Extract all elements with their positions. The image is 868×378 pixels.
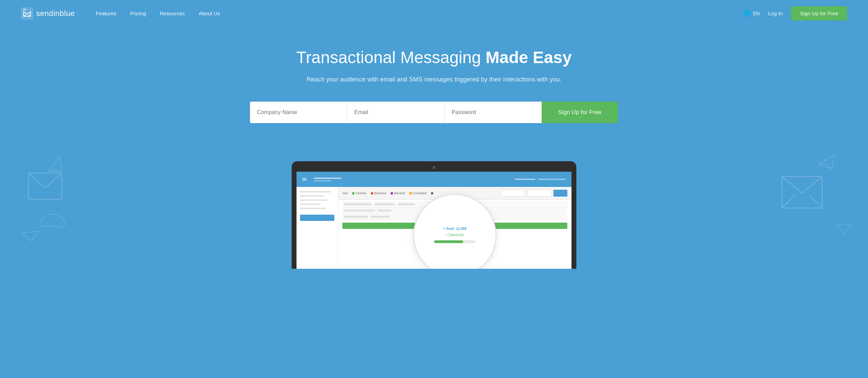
language-selector[interactable]: 🌐 EN: [743, 10, 760, 17]
sidebar-item-2: [300, 195, 324, 197]
screen-body: •ers Clickers Bounces: [297, 187, 571, 269]
cell-5: [378, 209, 392, 212]
hero-section: Transactional Messaging Made Easy Reach …: [0, 27, 868, 161]
svg-rect-0: [21, 7, 33, 20]
screen-line-2: [314, 180, 331, 181]
legend-blocked: Blocked: [391, 191, 405, 195]
laptop: ✉: [292, 161, 576, 269]
laptop-screen: ✉: [297, 172, 571, 269]
nav-features[interactable]: Features: [95, 10, 116, 16]
more-dot: [431, 192, 433, 195]
blocked-dot: [391, 192, 393, 195]
brand-name: sendinblue: [36, 9, 75, 18]
sidebar-item-5: [300, 208, 326, 209]
logo-icon: [21, 7, 33, 20]
laptop-body: ✉: [292, 161, 576, 269]
nav-pricing[interactable]: Pricing: [130, 10, 146, 16]
signup-form: Sign Up for Free: [243, 102, 625, 123]
nav-resources[interactable]: Resources: [160, 10, 185, 16]
legend-clickers: Clickers: [352, 191, 367, 195]
magnify-progress-bar: [434, 240, 476, 243]
magnify-bar-fill: [434, 240, 463, 243]
sidebar-item-3: [300, 199, 327, 201]
delivered-value: + Delivered:: [445, 233, 464, 237]
hero-subtitle: Reach your audience with email and SMS m…: [14, 75, 854, 85]
laptop-camera: [433, 166, 435, 169]
password-input[interactable]: [445, 102, 542, 123]
cell-4: [344, 209, 375, 212]
screen-header: ✉: [297, 172, 571, 187]
legend-complaint: Complaint: [409, 191, 427, 195]
complaint-dot: [409, 192, 412, 195]
screen-header-line-r2: [538, 179, 566, 180]
navbar: sendinblue Features Pricing Resources Ab…: [0, 0, 868, 27]
cell-2: [374, 203, 395, 205]
background-decorations: [0, 27, 868, 161]
nav-about[interactable]: About Us: [199, 10, 220, 16]
screen-line-1: [314, 178, 341, 179]
hero-signup-button[interactable]: Sign Up for Free: [542, 102, 618, 123]
clickers-label: Clickers: [356, 191, 367, 195]
bounces-label: Bounces: [374, 191, 386, 195]
nav-links: Features Pricing Resources About Us: [95, 10, 743, 16]
cell-1: [344, 203, 372, 205]
login-button[interactable]: Log In: [768, 10, 783, 16]
magnify-delivered: + Delivered:: [445, 232, 464, 238]
screen-main: •ers Clickers Bounces: [338, 187, 571, 269]
cell-6: [344, 216, 368, 218]
screen-header-line-r1: [515, 179, 535, 180]
blocked-label: Blocked: [394, 191, 405, 195]
magnify-sent: + Sent: 12,468: [443, 226, 467, 232]
sidebar-item-1: [300, 191, 331, 192]
screen-content: ✉: [297, 172, 571, 269]
sidebar-item-4: [300, 204, 320, 205]
company-name-input[interactable]: [250, 102, 347, 123]
logo[interactable]: sendinblue: [21, 7, 75, 20]
screen-header-right: [515, 179, 566, 180]
bounces-dot: [371, 192, 373, 195]
nav-signup-button[interactable]: Sign Up for Free: [791, 6, 847, 20]
screen-nav-lines: [314, 178, 341, 181]
sidebar-action-button: [300, 215, 334, 221]
cell-7: [371, 216, 390, 218]
hero-title-regular: Transactional Messaging: [296, 48, 485, 67]
hero-title: Transactional Messaging Made Easy: [14, 48, 854, 68]
globe-icon: 🌐: [743, 10, 751, 17]
cell-3: [398, 203, 415, 205]
table-filter-input: [527, 190, 551, 197]
hero-title-bold: Made Easy: [486, 48, 572, 67]
table-search-input: [501, 190, 525, 197]
email-input[interactable]: [347, 102, 444, 123]
laptop-section: ✉: [0, 161, 868, 269]
screen-sidebar: [297, 187, 338, 269]
legend-bounces: Bounces: [371, 191, 386, 195]
table-action-btn: [553, 190, 567, 197]
legend-prefix: •ers: [342, 191, 348, 195]
nav-right: 🌐 EN Log In Sign Up for Free: [743, 6, 847, 20]
screen-logo-icon: ✉: [302, 176, 307, 183]
sent-value: + Sent: 12,468: [443, 227, 467, 231]
language-label: EN: [753, 11, 760, 16]
table-controls: [501, 190, 567, 197]
complaint-label: Complaint: [413, 191, 427, 195]
clickers-dot: [352, 192, 354, 195]
